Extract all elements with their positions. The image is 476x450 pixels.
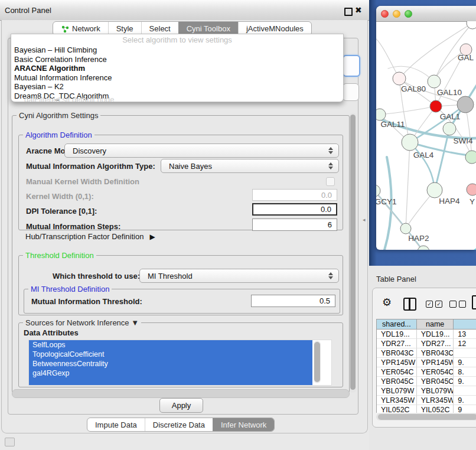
network-edge[interactable]: [457, 249, 476, 250]
algorithm-option[interactable]: ARACNE Algorithm: [11, 64, 343, 73]
network-window-titlebar: [376, 6, 476, 22]
table-cell: YER054C: [417, 367, 454, 377]
table-row[interactable]: YBL079WYBL079W: [377, 386, 476, 396]
scrollbar-thumb[interactable]: [314, 342, 320, 382]
mi-steps-field[interactable]: 6: [252, 219, 337, 231]
algorithm-option[interactable]: Bayesian – Hill Climbing: [11, 45, 343, 55]
network-node-gal11[interactable]: [376, 109, 386, 120]
table-row[interactable]: YBR045CYBR045C9.: [377, 377, 476, 386]
network-node-gal10[interactable]: [428, 75, 441, 88]
list-vertical-scrollbar[interactable]: [314, 341, 321, 383]
tab-impute-data[interactable]: Impute Data: [87, 418, 145, 431]
unchecked-boxes-icon[interactable]: [449, 301, 466, 308]
list-item-partial[interactable]: [29, 378, 312, 386]
close-traffic-light[interactable]: [381, 10, 389, 18]
network-node-gal1[interactable]: [430, 100, 442, 112]
network-edge[interactable]: [376, 39, 399, 79]
table-row[interactable]: YDR27...YDR27...12: [377, 339, 476, 348]
apply-button[interactable]: Apply: [159, 398, 203, 413]
network-node-gal4[interactable]: [402, 134, 418, 151]
expand-right-icon[interactable]: ▶: [149, 233, 155, 241]
table-cell: YBL079W: [377, 386, 417, 396]
zoom-traffic-light[interactable]: [405, 10, 412, 18]
manual-kernel-width-checkbox[interactable]: [326, 177, 335, 186]
table-row[interactable]: YLR345WYLR345W9.: [377, 396, 476, 405]
network-node-swi4[interactable]: [443, 122, 456, 135]
scrollbar-thumb[interactable]: [378, 414, 476, 420]
panel-splitter-arrow[interactable]: ◂: [363, 217, 366, 223]
table-row[interactable]: YDL19...YDL19...13: [377, 330, 476, 339]
scrollbar-thumb[interactable]: [350, 115, 356, 390]
table-row[interactable]: YER054CYER054C8.: [377, 367, 476, 377]
tab-infer-network[interactable]: Infer Network: [213, 418, 274, 431]
attribute-item[interactable]: gal4RGexp: [29, 369, 312, 378]
settings-vertical-scrollbar[interactable]: [350, 113, 356, 393]
column-header[interactable]: shared...: [377, 319, 417, 330]
network-node-hap2[interactable]: [400, 223, 411, 234]
split-columns-icon[interactable]: [403, 298, 416, 311]
network-node[interactable]: [465, 151, 476, 164]
kernel-width-field[interactable]: 0.0: [252, 189, 337, 201]
cyni-group-title: Cyni Algorithm Settings: [17, 111, 100, 120]
network-view-window[interactable]: GALGAL80GAL10GAL1GAL11SWI4GAL4GCY1HAP4YH…: [376, 6, 476, 250]
network-edge[interactable]: [406, 142, 410, 229]
network-canvas[interactable]: GALGAL80GAL10GAL1GAL11SWI4GAL4GCY1HAP4YH…: [376, 21, 476, 250]
table-horizontal-scrollbar[interactable]: [376, 413, 476, 420]
stepper-arrows-icon: [328, 162, 333, 169]
tab-discretize-data[interactable]: Discretize Data: [145, 418, 213, 431]
table-row[interactable]: YBR043CYBR043C: [377, 348, 476, 358]
network-node-hap4[interactable]: [427, 182, 442, 198]
table-cell: YBR043C: [377, 348, 417, 358]
table-panel-region: Table Panel ⚙ ✓✓ shared...nameYDL19...YD…: [369, 266, 476, 450]
threshold-definition-title: Threshold Definition: [23, 251, 96, 260]
hub-transcription-factor-section[interactable]: Hub/Transcription Factor Definition▶: [25, 232, 155, 241]
network-node-gcy1[interactable]: [376, 185, 380, 197]
table-cell: YBR045C: [377, 377, 417, 386]
table-row[interactable]: YIL052CYIL052C9: [377, 405, 476, 413]
algorithm-option[interactable]: Mutual Information Inference: [11, 73, 343, 83]
mi-threshold-label: Mutual Information Threshold:: [31, 297, 142, 306]
network-node-y[interactable]: [467, 184, 476, 195]
aracne-mode-combobox[interactable]: Discovery: [64, 144, 339, 158]
network-edge[interactable]: [380, 106, 436, 115]
algorithm-dropdown-list: Select algorithm to view settings Bayesi…: [11, 34, 344, 102]
attribute-item[interactable]: TopologicalCoefficient: [29, 350, 312, 359]
which-threshold-label: Which threshold to use:: [53, 272, 140, 281]
algorithm-definition-group: Algorithm Definition Aracne Mode: Discov…: [18, 135, 343, 230]
network-node[interactable]: [467, 21, 476, 29]
column-header[interactable]: name: [417, 319, 454, 330]
table-row[interactable]: YPR145WYPR145W9.: [377, 358, 476, 367]
mi-algorithm-type-combobox[interactable]: Naive Bayes: [161, 159, 339, 173]
data-attributes-list[interactable]: SelfLoopsTopologicalCoefficientBetweenne…: [28, 340, 332, 386]
algorithm-definition-title: Algorithm Definition: [23, 131, 94, 139]
settings-horizontal-scrollbar[interactable]: [12, 389, 350, 398]
aracne-mode-value: Discovery: [73, 146, 106, 155]
mi-threshold-definition-group: MI Threshold Definition Mutual Informati…: [24, 289, 340, 314]
mi-threshold-field[interactable]: 0.5: [251, 295, 335, 307]
dpi-tolerance-field[interactable]: 0.0: [252, 203, 337, 216]
screen: Control Panel ✖ NetworkStyleSelectCyni T…: [0, 0, 476, 450]
close-icon[interactable]: ✖: [355, 5, 362, 15]
float-window-icon[interactable]: [344, 8, 353, 16]
sources-group: Sources for Network Inference ▼ Data Att…: [18, 322, 343, 387]
attribute-item[interactable]: BetweennessCentrality: [29, 359, 312, 369]
attribute-item[interactable]: SelfLoops: [29, 340, 312, 350]
gear-icon[interactable]: ⚙: [382, 296, 392, 309]
window-title: Control Panel: [0, 6, 51, 15]
checked-boxes-icon[interactable]: ✓✓: [426, 301, 442, 308]
algorithm-option[interactable]: Bayesian – K2: [11, 82, 343, 92]
network-node[interactable]: [457, 96, 474, 113]
collapse-down-icon[interactable]: ▼: [131, 318, 139, 327]
node-label: GAL: [458, 53, 474, 62]
which-threshold-combobox[interactable]: MI Threshold: [139, 269, 339, 283]
minimize-traffic-light[interactable]: [393, 10, 400, 18]
document-icon[interactable]: [472, 295, 476, 309]
collapsed-panel-icon[interactable]: [5, 438, 15, 446]
cyni-mode-tabbar: Impute DataDiscretize DataInfer Network: [87, 418, 275, 432]
dropdown-placeholder: Select algorithm to view settings: [11, 34, 343, 45]
algorithm-option[interactable]: Basic Correlation Inference: [11, 55, 343, 64]
network-edge[interactable]: [435, 129, 449, 190]
network-node-gal80[interactable]: [393, 72, 406, 85]
table-cell: 9.: [454, 377, 476, 386]
column-header[interactable]: [454, 319, 476, 330]
